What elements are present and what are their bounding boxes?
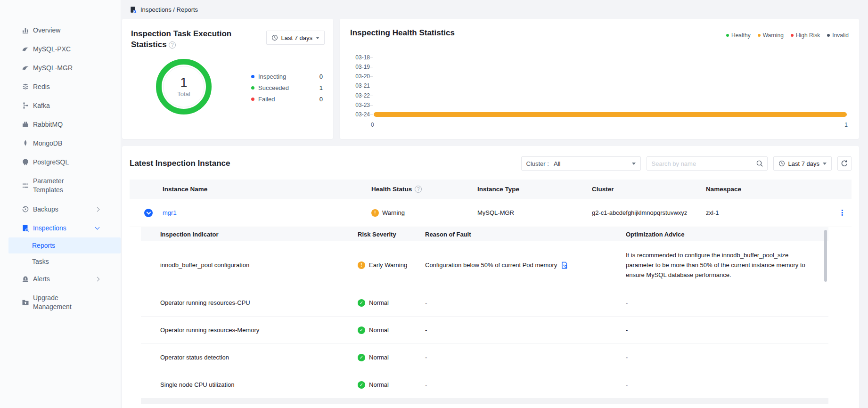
warning-icon: ! xyxy=(358,261,365,269)
instance-name-link[interactable]: mgr1 xyxy=(163,209,177,216)
detail-row: Operator status detection ✓ Normal - - xyxy=(141,344,828,371)
sidebar-item-label: Alerts xyxy=(33,275,50,283)
inspection-detail-table: Inspection Indicator Risk Severity Reaso… xyxy=(141,227,828,399)
alert-icon xyxy=(22,275,29,283)
detail-row: Operator running resources-CPU ✓ Normal … xyxy=(141,289,828,317)
indicator-cell: innodb_buffer_pool configuration xyxy=(160,261,358,269)
vertical-scrollbar-thumb[interactable] xyxy=(824,230,827,282)
advice-cell: - xyxy=(626,299,828,306)
sidebar-item-upgrade-management[interactable]: Upgrade Management xyxy=(0,288,121,317)
task-time-filter-button[interactable]: Last 7 days xyxy=(266,31,325,45)
task-execution-card: Inspection Task Execution Statistics ? L… xyxy=(122,19,333,139)
reason-cell: - xyxy=(425,299,626,306)
bar-chart-icon xyxy=(22,26,29,34)
layers-icon xyxy=(22,83,29,90)
sidebar-item-label: Backups xyxy=(33,205,58,213)
task-donut-chart: 1 Total xyxy=(156,59,212,114)
legend-item-invalid: Invalid xyxy=(827,32,849,39)
y-axis-label: 03-19 xyxy=(347,63,370,71)
severity-cell: ✓ Normal xyxy=(358,299,425,307)
sidebar-item-reports[interactable]: Reports xyxy=(8,237,121,253)
refresh-icon xyxy=(841,160,848,167)
indicator-cell: Operator running resources-Memory xyxy=(160,326,358,334)
sidebar-item-postgresql[interactable]: PostgreSQL xyxy=(0,153,121,171)
col-risk-severity: Risk Severity xyxy=(358,231,425,238)
breadcrumb-path: Inspections / Reports xyxy=(140,6,198,13)
sidebar-item-kafka[interactable]: Kafka xyxy=(0,96,121,115)
y-axis-label: 03-22 xyxy=(347,92,370,99)
sidebar-item-label: PostgreSQL xyxy=(33,158,69,166)
sidebar-item-label: MongoDB xyxy=(33,139,62,147)
health-statistics-title: Inspecting Health Statistics xyxy=(350,28,455,38)
sidebar-item-label: Inspections xyxy=(33,224,66,232)
indicator-cell: Operator running resources-CPU xyxy=(160,299,358,306)
collapse-row-button[interactable] xyxy=(144,209,153,217)
parameter-icon xyxy=(22,182,29,189)
col-reason-of-fault: Reason of Fault xyxy=(425,231,626,238)
legend-item-failed: Failed 0 xyxy=(251,93,323,105)
y-axis-label: 03-24 xyxy=(347,111,370,118)
legend-item-high-risk: High Risk xyxy=(791,32,820,39)
sidebar-item-alerts[interactable]: Alerts xyxy=(0,269,121,288)
refresh-button[interactable] xyxy=(837,156,852,171)
severity-cell: ! Early Warning xyxy=(358,261,425,269)
sidebar-item-rabbitmq[interactable]: RabbitMQ xyxy=(0,115,121,134)
row-actions-menu-button[interactable]: ⋮ xyxy=(833,209,852,217)
latest-time-filter-button[interactable]: Last 7 days xyxy=(773,156,832,171)
legend-dot-healthy xyxy=(726,34,729,37)
cluster-select-value: All xyxy=(554,160,560,167)
sidebar-item-backups[interactable]: Backups xyxy=(0,200,121,219)
inspection-icon xyxy=(22,224,29,232)
sidebar-item-mysql-pxc[interactable]: MySQL-PXC xyxy=(0,40,121,58)
advice-cell: It is recommended to configure the innod… xyxy=(626,244,812,286)
task-donut-legend: Inspecting 0 Succeeded 1 Failed 0 xyxy=(251,71,323,105)
col-optimization-advice: Optimization Advice xyxy=(626,231,828,238)
donut-total-value: 1 xyxy=(180,76,187,89)
reason-cell: - xyxy=(425,354,626,361)
time-filter-label: Last 7 days xyxy=(788,160,820,167)
severity-cell: ✓ Normal xyxy=(358,326,425,334)
dolphin-icon xyxy=(22,64,29,72)
severity-cell: ✓ Normal xyxy=(358,354,425,361)
chevron-down-icon xyxy=(95,225,100,230)
sidebar-item-parameter-templates[interactable]: Parameter Templates xyxy=(0,171,121,200)
cluster-select[interactable]: Cluster : All xyxy=(521,156,641,171)
reason-cell: - xyxy=(425,381,626,388)
health-statistics-card: Inspecting Health Statistics Healthy War… xyxy=(340,19,859,139)
clock-icon xyxy=(778,160,785,167)
sidebar-item-overview[interactable]: Overview xyxy=(0,21,121,40)
search-icon[interactable] xyxy=(756,160,763,167)
sidebar-item-label: Reports xyxy=(32,242,55,249)
report-doc-icon[interactable] xyxy=(561,261,568,269)
namespace-cell: zxl-1 xyxy=(706,209,833,216)
sidebar-item-label: Redis xyxy=(33,83,50,90)
sidebar-item-mysql-mgr[interactable]: MySQL-MGR xyxy=(0,58,121,77)
help-icon[interactable]: ? xyxy=(415,186,422,193)
help-icon[interactable]: ? xyxy=(169,41,176,49)
backup-icon xyxy=(22,205,29,213)
health-status-cell: ! Warning xyxy=(371,209,477,217)
detail-row: innodb_buffer_pool configuration ! Early… xyxy=(141,241,828,289)
upgrade-icon xyxy=(22,299,29,306)
col-health-status: Health Status ? xyxy=(371,186,477,193)
y-axis-label: 03-18 xyxy=(347,54,370,61)
table-row-mgr1: mgr1 ! Warning MySQL-MGR g2-c1-abcdefghi… xyxy=(130,199,852,227)
sidebar-item-inspections[interactable]: Inspections xyxy=(0,219,121,237)
detail-row: Operator running resources-Memory ✓ Norm… xyxy=(141,317,828,344)
sidebar-item-mongodb[interactable]: MongoDB xyxy=(0,134,121,153)
chevron-down-icon xyxy=(146,210,151,215)
breadcrumb[interactable]: Inspections / Reports xyxy=(122,0,859,19)
latest-inspection-card: Latest Inspection Instance Cluster : All… xyxy=(122,146,859,408)
indicator-cell: Operator status detection xyxy=(160,354,358,361)
chevron-right-icon xyxy=(95,207,100,212)
reason-cell: Configuration below 50% of current Pod m… xyxy=(425,261,626,269)
check-icon: ✓ xyxy=(358,381,365,389)
sidebar-item-tasks[interactable]: Tasks xyxy=(0,253,121,269)
detail-table-header: Inspection Indicator Risk Severity Reaso… xyxy=(141,227,828,241)
warning-icon: ! xyxy=(371,209,379,217)
sidebar-item-redis[interactable]: Redis xyxy=(0,77,121,96)
dolphin-icon xyxy=(22,45,29,53)
search-input[interactable] xyxy=(652,160,756,167)
donut-total-label: Total xyxy=(177,90,190,98)
table-bottom-strip xyxy=(141,399,828,404)
